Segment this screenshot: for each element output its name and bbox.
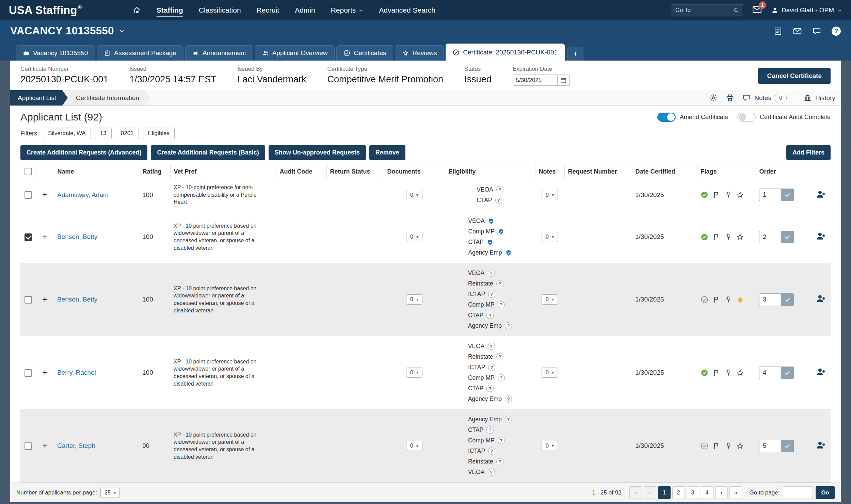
tab-applicant-overview[interactable]: Applicant Overview (255, 45, 335, 61)
expiration-date-input[interactable] (513, 75, 558, 86)
star-icon[interactable] (736, 191, 744, 199)
documents-dropdown[interactable]: 0▾ (406, 232, 422, 242)
notes-dropdown[interactable]: 0▾ (542, 190, 558, 200)
nav-item-admin[interactable]: Admin (295, 6, 315, 14)
col-header-audit-code[interactable]: Audit Code (276, 164, 326, 179)
help-icon[interactable] (486, 312, 494, 319)
tab-applicant-list[interactable]: Applicant List (10, 90, 68, 105)
applicant-name-link[interactable]: Berry, Rachel (57, 369, 96, 376)
col-header-flags[interactable]: Flags (697, 164, 756, 179)
check-circle-icon[interactable] (701, 442, 708, 450)
notes-dropdown[interactable]: 0▾ (542, 368, 558, 378)
expand-row-button[interactable]: + (42, 368, 48, 378)
notes-dropdown[interactable]: 0▾ (542, 441, 558, 451)
applicant-name-link[interactable]: Adamsway, Adam (57, 191, 109, 198)
printer-icon[interactable] (726, 94, 734, 102)
user-menu[interactable]: David Glatt - OPM (771, 6, 842, 14)
star-icon[interactable] (736, 442, 744, 450)
nav-item-recruit[interactable]: Recruit (257, 6, 279, 14)
help-icon[interactable] (496, 353, 503, 360)
order-input[interactable] (759, 231, 781, 243)
gear-icon[interactable] (709, 94, 718, 102)
help-icon[interactable] (496, 280, 503, 287)
page-button-2[interactable]: 2 (672, 486, 685, 499)
expand-row-button[interactable]: + (42, 190, 48, 200)
verified-shield-icon[interactable] (488, 218, 495, 225)
help-icon[interactable] (498, 374, 505, 381)
nav-item-advanced-search[interactable]: Advanced Search (379, 6, 435, 14)
nav-item-reports[interactable]: Reports (331, 6, 364, 14)
help-icon[interactable] (486, 385, 494, 392)
page-button-4[interactable]: 4 (701, 486, 713, 499)
applicant-name-link[interactable]: Bensen, Betty (57, 233, 97, 240)
goto-input[interactable] (675, 7, 733, 14)
add-applicant-to-request-button[interactable] (816, 189, 826, 199)
col-header-rating[interactable]: Rating (139, 164, 170, 179)
button-create-additional-requests-advanced[interactable]: Create Additional Requests (Advanced) (20, 145, 147, 160)
flag-icon[interactable] (712, 442, 720, 450)
tasks-icon[interactable] (773, 27, 783, 36)
calendar-icon[interactable] (558, 75, 570, 86)
documents-dropdown[interactable]: 0▾ (406, 190, 422, 200)
previous-page-button[interactable]: ‹ (644, 486, 656, 499)
add-applicant-to-request-button[interactable] (816, 231, 826, 241)
check-circle-icon[interactable] (701, 233, 708, 241)
star-icon[interactable] (736, 233, 744, 241)
vacancy-title-menu[interactable]: VACANCY 10135550 (10, 25, 125, 37)
mail-button[interactable]: 1 (752, 4, 762, 16)
add-applicant-to-request-button[interactable] (816, 440, 826, 450)
add-filters-button[interactable]: Add Filters (786, 145, 831, 160)
order-input[interactable] (759, 440, 781, 452)
help-icon[interactable] (832, 27, 841, 36)
go-button[interactable]: Go (816, 486, 835, 499)
col-header-documents[interactable]: Documents (384, 164, 445, 179)
star-icon[interactable] (736, 369, 744, 377)
order-approved-check[interactable] (781, 189, 794, 201)
app-logo[interactable]: USA Staffing® (9, 4, 82, 17)
flag-icon[interactable] (712, 233, 720, 241)
filter-chip-eligibles[interactable]: Eligibles (143, 128, 175, 139)
help-icon[interactable] (505, 395, 512, 403)
order-approved-check[interactable] (781, 440, 794, 452)
applicant-name-link[interactable]: Benson, Betty (57, 296, 97, 303)
col-header-return-status[interactable]: Return Status (326, 164, 384, 179)
notes-dropdown[interactable]: 0▾ (542, 232, 558, 242)
col-header-request-number[interactable]: Request Number (564, 164, 632, 179)
pin-icon[interactable] (724, 233, 732, 241)
button-remove[interactable]: Remove (369, 145, 405, 160)
expand-row-button[interactable]: + (42, 294, 48, 305)
col-header-eligibility[interactable]: Eligibility (445, 164, 535, 179)
help-icon[interactable] (488, 343, 495, 350)
help-icon[interactable] (498, 301, 505, 308)
help-icon[interactable] (488, 469, 495, 476)
first-page-button[interactable]: « (629, 486, 642, 499)
help-icon[interactable] (495, 197, 502, 204)
order-approved-check[interactable] (781, 367, 794, 379)
tab-certificate-20250130-pcuk-001[interactable]: Certificate: 20250130-PCUK-001 (446, 44, 565, 61)
button-create-additional-requests-basic[interactable]: Create Additional Requests (Basic) (151, 145, 265, 160)
filter-chip-silverdale-wa[interactable]: Silverdale, WA (43, 128, 91, 139)
next-page-button[interactable]: › (715, 486, 728, 499)
goto-search[interactable] (672, 4, 743, 16)
help-icon[interactable] (496, 186, 503, 193)
nav-item-classification[interactable]: Classification (199, 6, 241, 14)
goto-page-input[interactable] (783, 486, 813, 499)
per-page-select[interactable]: 25 ▾ (100, 488, 120, 498)
help-icon[interactable] (488, 291, 495, 298)
row-checkbox[interactable] (25, 296, 32, 304)
order-input[interactable] (759, 189, 781, 201)
page-button-3[interactable]: 3 (687, 486, 699, 499)
help-icon[interactable] (488, 364, 495, 371)
help-icon[interactable] (488, 448, 495, 455)
select-all-checkbox[interactable] (25, 168, 32, 175)
flag-icon[interactable] (712, 191, 720, 199)
col-header-date-certified[interactable]: Date Certified (632, 164, 697, 179)
check-circle-icon[interactable] (701, 369, 708, 377)
chat-icon[interactable] (812, 27, 821, 36)
tab-certificates[interactable]: Certificates (336, 45, 393, 61)
order-approved-check[interactable] (781, 231, 794, 243)
toggle-certificate-audit-complete[interactable] (737, 113, 756, 122)
help-icon[interactable] (496, 458, 503, 465)
nav-home[interactable] (133, 6, 141, 14)
pin-icon[interactable] (724, 296, 732, 304)
